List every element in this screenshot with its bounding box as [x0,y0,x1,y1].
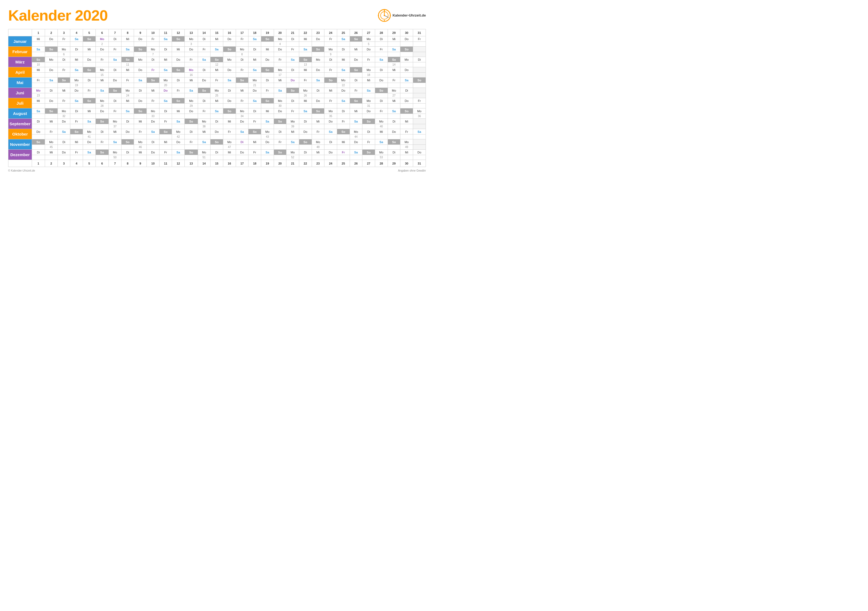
day-7-10: Di [159,108,172,114]
day-1-3: Di [70,46,83,52]
week-row-0: 2345 [8,42,426,46]
day-5-29: Di [400,88,413,93]
day-8-14: Di [211,119,223,124]
day-6-5: Mo [96,98,108,104]
day-11-4: Sa [83,150,96,155]
day-10-7: So [121,139,134,145]
day-9-27: Mi [375,129,388,135]
week-num-0-12: 3 [185,42,198,46]
day-6-14: Mi [211,98,223,104]
day-0-16: Fr [236,36,248,42]
day-4-20: Do [287,77,299,83]
week-num-8-27: 40 [375,124,388,129]
day-2-14: So [211,57,223,62]
day-7-26: Do [363,108,375,114]
week-num-5-28: 27 [388,93,400,98]
day-3-13: Di [198,67,211,73]
day-0-13: Di [198,36,211,42]
day-9-0: Do [32,129,45,135]
day-3-19: Mo [274,67,287,73]
day-5-19: Sa [274,88,287,93]
day-4-29: Sa [400,77,413,83]
day-0-14: Mi [211,36,223,42]
day-4-9: So [147,77,160,83]
day-4-27: Do [375,77,388,83]
day-8-24: Fr [337,119,350,124]
day-4-2: So [57,77,70,83]
day-9-19: Di [274,129,287,135]
col-header-11: 11 [159,29,172,36]
day-4-24: Mo [337,77,350,83]
col-header-22: 22 [299,29,312,36]
day-10-26: Fr [363,139,375,145]
footer-col-24: 24 [324,160,337,167]
day-7-27: Fr [375,108,388,114]
day-7-6: Fr [109,108,121,114]
week-num-2-0: 10 [32,62,45,67]
day-0-10: Sa [159,36,172,42]
day-4-16: So [236,77,248,83]
day-3-1: Do [45,67,57,73]
day-8-18: Sa [261,119,274,124]
day-2-7: So [121,57,134,62]
title-text: Kalender 2020 [8,7,108,24]
month-label-1: Februar [8,46,32,57]
day-3-22: Do [312,67,324,73]
col-header-4: 4 [70,29,83,36]
day-11-24: Fr [337,150,350,155]
day-7-11: Mi [172,108,185,114]
day-5-21: Mo [299,88,312,93]
week-row-5: 2324252627 [8,93,426,98]
day-11-7: Di [121,150,134,155]
week-num-9-25: 44 [350,135,363,139]
day-9-6: Mi [109,129,121,135]
footer-col-8: 8 [121,160,134,167]
day-9-25: Mo [350,129,363,135]
day-8-25: Sa [350,119,363,124]
day-3-16: Fr [236,67,248,73]
day-1-24: Di [337,46,350,52]
day-6-20: Di [287,98,299,104]
day-7-16: Mo [236,108,248,114]
day-8-16: Do [236,119,248,124]
week-num-5-21: 26 [299,93,312,98]
footer-col-7: 7 [109,160,121,167]
footer-col-19: 19 [261,160,274,167]
day-4-6: Do [109,77,121,83]
week-num-4-10: 20 [159,83,172,88]
day-0-2: Fr [57,36,70,42]
week-row-3: 15161718 [8,73,426,77]
day-3-28: Mi [388,67,400,73]
day-1-26: Do [363,46,375,52]
col-header-24: 24 [324,29,337,36]
week-num-3-19: 17 [274,73,287,77]
day-0-24: Sa [337,36,350,42]
day-8-29: Mi [400,119,413,124]
footer-col-20: 20 [274,160,287,167]
day-4-7: Fr [121,77,134,83]
day-6-24: Sa [337,98,350,104]
day-3-20: Di [287,67,299,73]
day-5-9: Mi [147,88,160,93]
day-6-22: Do [312,98,324,104]
day-9-28: Do [388,129,400,135]
col-header-26: 26 [350,29,363,36]
footer-col-28: 28 [375,160,388,167]
day-8-9: Do [147,119,160,124]
day-0-27: Di [375,36,388,42]
day-2-6: Sa [109,57,121,62]
day-1-6: Fr [109,46,121,52]
day-8-20: Mo [287,119,299,124]
day-11-0: Di [32,150,45,155]
day-6-17: Sa [248,98,261,104]
day-8-12: So [185,119,198,124]
day-2-3: Mi [70,57,83,62]
day-6-9: Fr [147,98,160,104]
day-7-15: So [223,108,236,114]
day-2-1: Mo [45,57,57,62]
week-num-8-13: 38 [198,124,211,129]
day-11-25: Sa [350,150,363,155]
week-row-6: 28293031 [8,104,426,108]
footer-col-12: 12 [172,160,185,167]
day-3-7: Mi [121,67,134,73]
